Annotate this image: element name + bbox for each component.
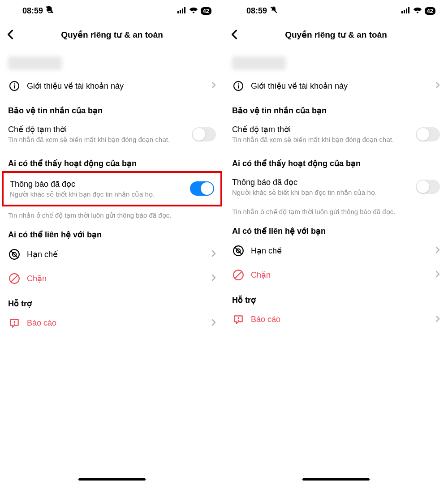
svg-rect-1 — [177, 11, 179, 13]
section-activity: Ai có thể thấy hoạt động của bạn — [224, 150, 448, 171]
svg-line-12 — [11, 275, 17, 281]
chevron-right-icon — [435, 270, 440, 279]
content: Giới thiệu về tài khoản này Bảo vệ tin n… — [0, 47, 224, 485]
restrict-icon — [8, 249, 21, 260]
restrict-label: Hạn chế — [27, 249, 205, 259]
content: Giới thiệu về tài khoản này Bảo vệ tin n… — [224, 47, 448, 485]
phone-right: 08:59 42 Quyền riêng tư & an toàn G — [224, 0, 448, 485]
svg-rect-18 — [406, 9, 407, 13]
chevron-right-icon — [211, 250, 216, 259]
battery-badge: 42 — [201, 7, 211, 15]
silent-icon — [46, 6, 54, 16]
home-indicator[interactable] — [78, 478, 146, 481]
svg-point-21 — [238, 83, 239, 85]
info-icon — [232, 81, 245, 91]
section-protect: Bảo vệ tin nhắn của bạn — [224, 98, 448, 118]
status-bar: 08:59 42 — [224, 0, 448, 21]
section-activity: Ai có thể thấy hoạt động của bạn — [0, 150, 224, 171]
chevron-right-icon — [211, 319, 216, 328]
read-receipts-footer: Tin nhắn ở chế độ tạm thời luôn gửi thôn… — [224, 203, 448, 218]
chevron-right-icon — [211, 274, 216, 283]
svg-rect-19 — [408, 7, 409, 13]
vanish-toggle[interactable] — [416, 127, 440, 142]
restrict-row[interactable]: Hạn chế — [0, 242, 224, 266]
vanish-sub: Tin nhắn đã xem sẽ biến mất khi bạn đóng… — [8, 135, 185, 144]
battery-badge: 42 — [425, 7, 435, 15]
section-contact: Ai có thể liên hệ với bạn — [0, 222, 224, 242]
svg-rect-4 — [184, 7, 185, 13]
svg-point-6 — [14, 83, 15, 85]
svg-rect-13 — [14, 321, 15, 322]
svg-point-14 — [14, 323, 15, 325]
report-row[interactable]: Báo cáo — [0, 311, 224, 335]
section-protect: Bảo vệ tin nhắn của bạn — [0, 98, 224, 118]
block-icon — [232, 269, 245, 281]
wifi-icon — [189, 6, 198, 16]
svg-rect-3 — [182, 9, 183, 13]
status-time: 08:59 — [246, 6, 267, 16]
section-support: Hỗ trợ — [224, 287, 448, 308]
read-receipts-footer: Tin nhắn ở chế độ tạm thời luôn gửi thôn… — [0, 206, 224, 222]
read-receipt-highlight: Thông báo đã đọc Người khác sẽ biết khi … — [2, 171, 222, 207]
nav-bar: Quyền riêng tư & an toàn — [224, 21, 448, 47]
silent-icon — [270, 6, 278, 16]
report-label: Báo cáo — [251, 315, 429, 324]
report-icon — [8, 318, 21, 329]
section-contact: Ai có thể liên hệ với bạn — [224, 218, 448, 239]
vanish-title: Chế độ tạm thời — [232, 124, 409, 134]
account-name-blurred — [232, 56, 286, 70]
back-button[interactable] — [7, 30, 21, 39]
read-sub: Người khác sẽ biết khi bạn đọc tin nhắn … — [232, 188, 409, 197]
svg-line-27 — [235, 271, 241, 278]
about-account-row[interactable]: Giới thiệu về tài khoản này — [224, 74, 448, 98]
restrict-row[interactable]: Hạn chế — [224, 239, 448, 263]
svg-rect-22 — [238, 86, 239, 89]
status-time: 08:59 — [22, 6, 43, 16]
cellular-icon — [177, 6, 186, 16]
phone-left: 08:59 42 Quyền riêng tư & an toàn G — [0, 0, 224, 485]
svg-rect-17 — [404, 10, 405, 13]
block-row[interactable]: Chặn — [0, 266, 224, 291]
about-account-label: Giới thiệu về tài khoản này — [27, 81, 205, 91]
read-receipts-toggle[interactable] — [190, 181, 214, 196]
svg-point-29 — [238, 320, 239, 321]
report-label: Báo cáo — [27, 318, 205, 328]
status-bar: 08:59 42 — [0, 0, 224, 21]
vanish-title: Chế độ tạm thời — [8, 124, 185, 134]
svg-rect-28 — [238, 317, 239, 319]
info-icon — [8, 81, 21, 91]
vanish-toggle[interactable] — [192, 127, 216, 142]
section-support: Hỗ trợ — [0, 291, 224, 311]
read-receipts-toggle[interactable] — [416, 180, 440, 194]
account-name-blurred — [8, 56, 62, 70]
read-receipts-row[interactable]: Thông báo đã đọc Người khác sẽ biết khi … — [224, 171, 448, 203]
block-label: Chặn — [251, 270, 429, 280]
svg-rect-16 — [401, 11, 403, 13]
restrict-label: Hạn chế — [251, 246, 429, 256]
read-sub: Người khác sẽ biết khi bạn đọc tin nhắn … — [10, 190, 184, 199]
chevron-right-icon — [435, 315, 440, 324]
about-account-row[interactable]: Giới thiệu về tài khoản này — [0, 74, 224, 98]
chevron-right-icon — [435, 246, 440, 255]
vanish-mode-row[interactable]: Chế độ tạm thời Tin nhắn đã xem sẽ biến … — [224, 118, 448, 150]
home-indicator[interactable] — [302, 478, 370, 481]
block-icon — [8, 273, 21, 284]
block-row[interactable]: Chặn — [224, 263, 448, 287]
svg-rect-7 — [14, 86, 15, 89]
read-title: Thông báo đã đọc — [232, 177, 409, 187]
wifi-icon — [413, 6, 422, 16]
read-title: Thông báo đã đọc — [10, 179, 184, 189]
vanish-sub: Tin nhắn đã xem sẽ biến mất khi bạn đóng… — [232, 135, 409, 144]
chevron-right-icon — [435, 82, 440, 90]
about-account-label: Giới thiệu về tài khoản này — [251, 81, 429, 91]
page-title: Quyền riêng tư & an toàn — [224, 30, 448, 40]
read-receipts-row[interactable]: Thông báo đã đọc Người khác sẽ biết khi … — [4, 173, 220, 205]
svg-rect-2 — [180, 10, 181, 13]
report-icon — [232, 314, 245, 326]
report-row[interactable]: Báo cáo — [224, 308, 448, 332]
back-button[interactable] — [231, 30, 245, 39]
vanish-mode-row[interactable]: Chế độ tạm thời Tin nhắn đã xem sẽ biến … — [0, 118, 224, 150]
nav-bar: Quyền riêng tư & an toàn — [0, 21, 224, 47]
cellular-icon — [401, 6, 410, 16]
chevron-right-icon — [211, 82, 216, 90]
